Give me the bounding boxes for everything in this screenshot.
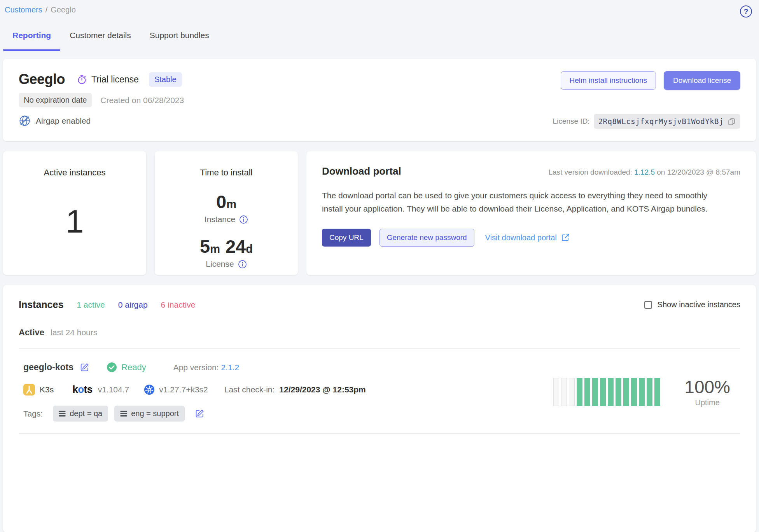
tag-chip: eng = support xyxy=(114,406,185,422)
breadcrumb-customers-link[interactable]: Customers xyxy=(5,5,42,14)
uptime-stat: 100% Uptime xyxy=(684,376,730,407)
generate-new-password-button[interactable]: Generate new password xyxy=(380,229,474,247)
uptime-value: 100% xyxy=(684,376,730,397)
uptime-section: 100% Uptime xyxy=(553,376,730,407)
airgap-enabled-label: Airgap enabled xyxy=(36,116,91,126)
time-to-install-card: Time to install 0m Instance 5m 24d Licen… xyxy=(155,151,298,275)
distribution-label: K3s xyxy=(40,385,54,394)
kots-logo: kots xyxy=(72,383,92,396)
helm-install-instructions-button[interactable]: Helm install instructions xyxy=(561,71,656,90)
instance-install-time-unit: m xyxy=(226,198,236,211)
breadcrumb-separator: / xyxy=(45,5,48,14)
active-section-sublabel: last 24 hours xyxy=(51,328,97,337)
tag-bars-icon xyxy=(59,411,66,416)
uptime-bar xyxy=(631,378,637,406)
license-install-time-value1: 5 xyxy=(200,236,210,257)
license-type: Trial license xyxy=(77,74,139,85)
channel-badge: Stable xyxy=(149,72,182,87)
download-license-button[interactable]: Download license xyxy=(664,71,740,90)
show-inactive-checkbox[interactable] xyxy=(644,301,652,309)
tags-label: Tags: xyxy=(23,409,43,418)
tag-list: dept = qaeng = support xyxy=(53,406,185,422)
license-type-label: Trial license xyxy=(91,74,139,85)
license-install-time-label: License xyxy=(206,259,234,269)
instance-row: geeglo-kots Ready App version:2.1.2 xyxy=(19,349,740,433)
edit-tags-icon[interactable] xyxy=(195,409,205,418)
license-id-chip: 2Rq8WLcsjfxqrMysjvB1WodYkBj xyxy=(594,114,740,129)
uptime-bar xyxy=(592,378,598,406)
tab-support-bundles[interactable]: Support bundles xyxy=(140,31,219,51)
breadcrumb-current: Geeglo xyxy=(51,5,76,14)
instance-time-info-icon[interactable] xyxy=(239,215,248,224)
uptime-bar xyxy=(584,378,590,406)
top-bar: Customers/Geeglo ? xyxy=(3,5,756,18)
active-instances-title: Active instances xyxy=(44,168,106,178)
edit-instance-name-icon[interactable] xyxy=(80,362,89,372)
app-version-label: App version: xyxy=(173,363,219,372)
copy-license-icon[interactable] xyxy=(728,117,736,126)
uptime-bar xyxy=(553,378,559,406)
uptime-bar xyxy=(639,378,645,406)
uptime-bar xyxy=(654,378,660,406)
trial-timer-icon xyxy=(77,74,87,85)
instances-card: Instances 1 active 0 airgap 6 inactive S… xyxy=(3,285,756,532)
customer-summary-left: Geeglo Trial license Stable No expiratio… xyxy=(19,71,184,129)
last-checkin-value: 12/29/2023 @ 12:53pm xyxy=(279,385,366,394)
tag-bars-icon xyxy=(120,411,127,416)
license-install-time-value2: 24 xyxy=(226,236,246,257)
airgap-globe-icon xyxy=(19,115,31,127)
instance-install-time-label: Instance xyxy=(205,215,235,224)
uptime-bar xyxy=(647,378,652,406)
active-count: 1 active xyxy=(77,300,105,310)
instance-name: geeglo-kots xyxy=(23,362,73,373)
copy-url-button[interactable]: Copy URL xyxy=(322,229,371,247)
app-version: App version:2.1.2 xyxy=(173,363,239,372)
tab-reporting[interactable]: Reporting xyxy=(3,31,60,51)
inactive-count: 6 inactive xyxy=(161,300,196,310)
ready-check-icon xyxy=(107,362,117,373)
kots-logo-ts: ts xyxy=(84,383,93,395)
last-version-downloaded: Last version downloaded: 1.12.5 on 12/20… xyxy=(548,168,740,177)
customer-name: Geeglo xyxy=(19,71,65,88)
customer-summary-card: Geeglo Trial license Stable No expiratio… xyxy=(3,59,756,141)
customer-summary-right: Helm install instructions Download licen… xyxy=(553,71,740,129)
time-to-install-title: Time to install xyxy=(200,168,253,178)
airgap-count: 0 airgap xyxy=(118,300,148,310)
uptime-bar xyxy=(561,378,567,406)
download-portal-card: Download portal Last version downloaded:… xyxy=(306,151,756,275)
license-id-row: License ID: 2Rq8WLcsjfxqrMysjvB1WodYkBj xyxy=(553,114,740,129)
uptime-bar xyxy=(623,378,629,406)
uptime-bar xyxy=(616,378,621,406)
last-version-date: on 12/20/2023 @ 8:57am xyxy=(655,168,740,176)
uptime-chart xyxy=(553,378,660,406)
stats-row: Active instances 1 Time to install 0m In… xyxy=(3,151,756,275)
license-install-time-unit2: d xyxy=(246,243,253,256)
tab-bar: Reporting Customer details Support bundl… xyxy=(3,31,756,51)
active-section-label: Active xyxy=(19,327,44,338)
kubernetes-version: v1.27.7+k3s2 xyxy=(159,385,208,394)
instance-status: Ready xyxy=(107,362,146,373)
customer-reporting-page: Customers/Geeglo ? Reporting Customer de… xyxy=(0,0,759,532)
license-time-info-icon[interactable] xyxy=(238,260,247,269)
help-icon[interactable]: ? xyxy=(740,5,752,18)
kots-logo-o: o xyxy=(78,383,84,395)
visit-download-portal-link[interactable]: Visit download portal xyxy=(485,233,570,242)
active-instances-value: 1 xyxy=(66,178,84,275)
last-version-label: Last version downloaded: xyxy=(548,168,632,176)
uptime-bar xyxy=(608,378,614,406)
last-version-link[interactable]: 1.12.5 xyxy=(634,168,655,176)
license-install-time-unit1: m xyxy=(210,243,220,256)
tab-customer-details[interactable]: Customer details xyxy=(60,31,140,51)
active-instances-card: Active instances 1 xyxy=(3,151,146,275)
uptime-bar xyxy=(569,378,575,406)
instances-title: Instances xyxy=(19,299,63,310)
app-version-link[interactable]: 2.1.2 xyxy=(221,363,239,372)
tag-chip: dept = qa xyxy=(53,406,108,422)
breadcrumb: Customers/Geeglo xyxy=(5,5,76,14)
license-id-value: 2Rq8WLcsjfxqrMysjvB1WodYkBj xyxy=(598,117,724,126)
show-inactive-label: Show inactive instances xyxy=(658,300,740,309)
download-portal-title: Download portal xyxy=(322,165,401,177)
download-portal-description: The download portal can be used to give … xyxy=(322,189,711,215)
kots-logo-k: k xyxy=(72,383,78,395)
last-checkin-label: Last check-in: xyxy=(224,385,275,394)
